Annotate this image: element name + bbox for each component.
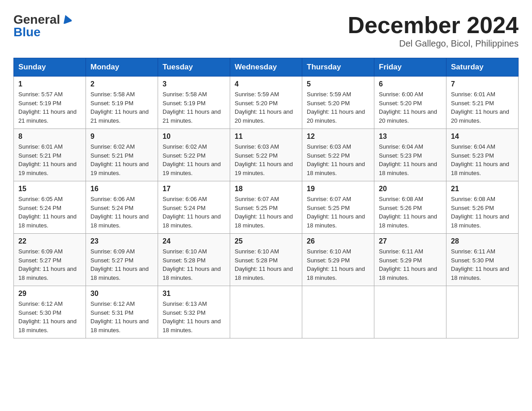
day-number: 2 [90, 80, 153, 88]
calendar-week-4: 22Sunrise: 6:09 AMSunset: 5:27 PMDayligh… [14, 234, 519, 286]
calendar-body: 1Sunrise: 5:57 AMSunset: 5:19 PMDaylight… [14, 77, 519, 338]
calendar-cell: 24Sunrise: 6:10 AMSunset: 5:28 PMDayligh… [158, 234, 230, 286]
day-number: 28 [451, 237, 514, 245]
col-thursday: Thursday [302, 58, 374, 77]
day-number: 23 [90, 237, 153, 245]
day-number: 20 [379, 185, 442, 193]
calendar-cell [230, 286, 302, 338]
calendar-cell: 1Sunrise: 5:57 AMSunset: 5:19 PMDaylight… [14, 77, 86, 129]
calendar-cell: 27Sunrise: 6:11 AMSunset: 5:29 PMDayligh… [374, 234, 446, 286]
calendar-cell: 10Sunrise: 6:02 AMSunset: 5:22 PMDayligh… [158, 129, 230, 181]
logo-triangle-icon [62, 14, 72, 24]
calendar-cell: 8Sunrise: 6:01 AMSunset: 5:21 PMDaylight… [14, 129, 86, 181]
day-number: 5 [307, 80, 369, 88]
calendar-cell: 7Sunrise: 6:01 AMSunset: 5:21 PMDaylight… [446, 77, 519, 129]
day-number: 26 [307, 237, 369, 245]
calendar-cell: 30Sunrise: 6:12 AMSunset: 5:31 PMDayligh… [86, 286, 158, 338]
col-saturday: Saturday [446, 58, 519, 77]
day-number: 29 [18, 290, 81, 298]
day-info: Sunrise: 6:08 AMSunset: 5:26 PMDaylight:… [451, 195, 514, 230]
day-info: Sunrise: 6:01 AMSunset: 5:21 PMDaylight:… [18, 142, 81, 177]
day-number: 24 [163, 237, 225, 245]
calendar-cell [446, 286, 519, 338]
day-info: Sunrise: 6:11 AMSunset: 5:29 PMDaylight:… [379, 247, 442, 282]
calendar-cell: 11Sunrise: 6:03 AMSunset: 5:22 PMDayligh… [230, 129, 302, 181]
col-friday: Friday [374, 58, 446, 77]
day-info: Sunrise: 6:13 AMSunset: 5:32 PMDaylight:… [163, 300, 225, 334]
day-info: Sunrise: 5:58 AMSunset: 5:19 PMDaylight:… [163, 90, 225, 125]
calendar-header: Sunday Monday Tuesday Wednesday Thursday… [14, 58, 519, 77]
day-info: Sunrise: 6:11 AMSunset: 5:30 PMDaylight:… [451, 247, 514, 282]
calendar-cell: 3Sunrise: 5:58 AMSunset: 5:19 PMDaylight… [158, 77, 230, 129]
day-number: 11 [235, 133, 297, 141]
day-info: Sunrise: 6:12 AMSunset: 5:30 PMDaylight:… [18, 300, 81, 334]
day-info: Sunrise: 6:08 AMSunset: 5:26 PMDaylight:… [379, 195, 442, 230]
day-number: 19 [307, 185, 369, 193]
day-number: 7 [451, 80, 514, 88]
col-sunday: Sunday [14, 58, 86, 77]
day-info: Sunrise: 6:10 AMSunset: 5:28 PMDaylight:… [163, 247, 225, 282]
calendar-cell: 13Sunrise: 6:04 AMSunset: 5:23 PMDayligh… [374, 129, 446, 181]
day-info: Sunrise: 6:09 AMSunset: 5:27 PMDaylight:… [90, 247, 153, 282]
logo: General Blue [13, 13, 72, 39]
day-number: 15 [18, 185, 81, 193]
day-info: Sunrise: 6:04 AMSunset: 5:23 PMDaylight:… [451, 142, 514, 177]
col-wednesday: Wednesday [230, 58, 302, 77]
day-info: Sunrise: 6:07 AMSunset: 5:25 PMDaylight:… [235, 195, 297, 230]
calendar-cell: 28Sunrise: 6:11 AMSunset: 5:30 PMDayligh… [446, 234, 519, 286]
day-number: 14 [451, 133, 514, 141]
day-number: 31 [163, 290, 225, 298]
day-info: Sunrise: 5:59 AMSunset: 5:20 PMDaylight:… [307, 90, 369, 125]
day-number: 6 [379, 80, 442, 88]
day-info: Sunrise: 6:05 AMSunset: 5:24 PMDaylight:… [18, 195, 81, 230]
day-number: 18 [235, 185, 297, 193]
day-info: Sunrise: 5:59 AMSunset: 5:20 PMDaylight:… [235, 90, 297, 125]
day-info: Sunrise: 6:03 AMSunset: 5:22 PMDaylight:… [235, 142, 297, 177]
day-info: Sunrise: 6:06 AMSunset: 5:24 PMDaylight:… [90, 195, 153, 230]
day-number: 1 [18, 80, 81, 88]
day-info: Sunrise: 5:57 AMSunset: 5:19 PMDaylight:… [18, 90, 81, 125]
calendar-cell: 17Sunrise: 6:06 AMSunset: 5:24 PMDayligh… [158, 181, 230, 234]
day-number: 13 [379, 133, 442, 141]
logo-blue-text: Blue [13, 26, 41, 39]
calendar-cell: 16Sunrise: 6:06 AMSunset: 5:24 PMDayligh… [86, 181, 158, 234]
calendar-cell: 22Sunrise: 6:09 AMSunset: 5:27 PMDayligh… [14, 234, 86, 286]
calendar-week-3: 15Sunrise: 6:05 AMSunset: 5:24 PMDayligh… [14, 181, 519, 234]
svg-marker-0 [62, 14, 72, 24]
day-number: 4 [235, 80, 297, 88]
col-tuesday: Tuesday [158, 58, 230, 77]
day-info: Sunrise: 6:00 AMSunset: 5:20 PMDaylight:… [379, 90, 442, 125]
title-section: December 2024 Del Gallego, Bicol, Philip… [348, 13, 519, 49]
calendar-cell: 6Sunrise: 6:00 AMSunset: 5:20 PMDaylight… [374, 77, 446, 129]
calendar-table: Sunday Monday Tuesday Wednesday Thursday… [13, 58, 519, 338]
calendar-cell: 19Sunrise: 6:07 AMSunset: 5:25 PMDayligh… [302, 181, 374, 234]
day-number: 25 [235, 237, 297, 245]
calendar-cell: 2Sunrise: 5:58 AMSunset: 5:19 PMDaylight… [86, 77, 158, 129]
day-info: Sunrise: 6:02 AMSunset: 5:22 PMDaylight:… [163, 142, 225, 177]
calendar-cell: 31Sunrise: 6:13 AMSunset: 5:32 PMDayligh… [158, 286, 230, 338]
day-info: Sunrise: 6:04 AMSunset: 5:23 PMDaylight:… [379, 142, 442, 177]
calendar-cell: 12Sunrise: 6:03 AMSunset: 5:22 PMDayligh… [302, 129, 374, 181]
day-info: Sunrise: 6:10 AMSunset: 5:29 PMDaylight:… [307, 247, 369, 282]
calendar-week-2: 8Sunrise: 6:01 AMSunset: 5:21 PMDaylight… [14, 129, 519, 181]
day-info: Sunrise: 6:10 AMSunset: 5:28 PMDaylight:… [235, 247, 297, 282]
day-number: 16 [90, 185, 153, 193]
calendar-cell: 21Sunrise: 6:08 AMSunset: 5:26 PMDayligh… [446, 181, 519, 234]
day-number: 27 [379, 237, 442, 245]
calendar-cell: 26Sunrise: 6:10 AMSunset: 5:29 PMDayligh… [302, 234, 374, 286]
calendar-cell: 5Sunrise: 5:59 AMSunset: 5:20 PMDaylight… [302, 77, 374, 129]
day-info: Sunrise: 6:09 AMSunset: 5:27 PMDaylight:… [18, 247, 81, 282]
calendar-cell: 14Sunrise: 6:04 AMSunset: 5:23 PMDayligh… [446, 129, 519, 181]
calendar-cell: 9Sunrise: 6:02 AMSunset: 5:21 PMDaylight… [86, 129, 158, 181]
calendar-cell [302, 286, 374, 338]
logo-general-text: General [13, 13, 60, 26]
calendar-cell: 20Sunrise: 6:08 AMSunset: 5:26 PMDayligh… [374, 181, 446, 234]
calendar-cell: 25Sunrise: 6:10 AMSunset: 5:28 PMDayligh… [230, 234, 302, 286]
day-number: 3 [163, 80, 225, 88]
col-monday: Monday [86, 58, 158, 77]
page-header: General Blue December 2024 Del Gallego, … [13, 13, 519, 49]
day-info: Sunrise: 6:03 AMSunset: 5:22 PMDaylight:… [307, 142, 369, 177]
calendar-week-1: 1Sunrise: 5:57 AMSunset: 5:19 PMDaylight… [14, 77, 519, 129]
day-number: 8 [18, 133, 81, 141]
day-info: Sunrise: 6:06 AMSunset: 5:24 PMDaylight:… [163, 195, 225, 230]
